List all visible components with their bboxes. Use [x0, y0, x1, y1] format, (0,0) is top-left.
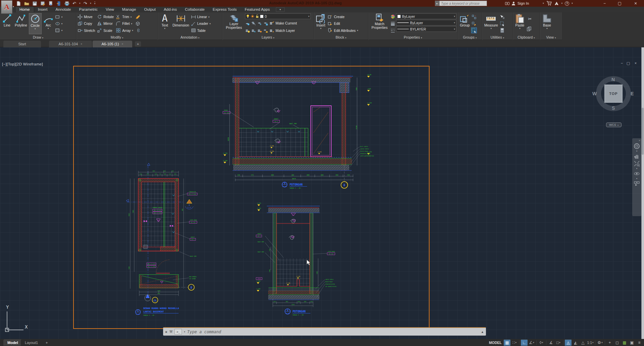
panel-utilities-label[interactable]: Utilities ▾ — [482, 35, 512, 40]
wcs-dropdown[interactable]: WCS▾ — [606, 122, 622, 127]
mobile-icon[interactable] — [56, 1, 61, 6]
isodraft-toggle[interactable]: ◊▾ — [538, 340, 545, 346]
autodesk-share-icon[interactable] — [554, 1, 559, 6]
viewport-minimize-icon[interactable]: − — [619, 61, 625, 65]
edit-attributes-flyout-icon[interactable]: ▾ — [357, 29, 358, 32]
tab-view[interactable]: View — [102, 7, 118, 12]
layout1-tab[interactable]: Layout1 — [21, 339, 42, 346]
new-layout-button[interactable]: + — [43, 339, 50, 346]
layer-lock-icon[interactable] — [263, 21, 268, 26]
snap-toggle[interactable]: ∷▾ — [511, 340, 518, 346]
share-dropdown-icon[interactable]: ▾ — [561, 2, 563, 5]
tab-parametric[interactable]: Parametric — [75, 7, 102, 12]
array-flyout-icon[interactable]: ▾ — [132, 29, 133, 32]
app-menu-button[interactable]: A — [1, 0, 12, 14]
arc-button[interactable]: Arc ▾ — [42, 13, 54, 34]
cut-icon[interactable]: ✂ — [527, 16, 533, 22]
lineweight-icon[interactable] — [390, 21, 395, 26]
vertical-scrollbar[interactable] — [641, 47, 644, 339]
clean-screen-icon[interactable]: ▣ — [629, 340, 635, 346]
offset-button[interactable] — [135, 27, 140, 34]
redo-dropdown-icon[interactable]: ▾ — [90, 2, 91, 5]
restore-button[interactable]: ▢ — [612, 0, 627, 7]
viewport-close-icon[interactable]: × — [633, 61, 638, 65]
fillet-flyout-icon[interactable]: ▾ — [131, 22, 132, 25]
rotate-button[interactable]: Rotate — [97, 13, 114, 20]
annotation-autoscale-toggle[interactable]: ◭ — [572, 340, 579, 346]
tab-collaborate[interactable]: Collaborate — [181, 7, 209, 12]
circle-flyout-icon[interactable]: ▾ — [35, 28, 36, 30]
help-dropdown-icon[interactable]: ▾ — [572, 2, 573, 5]
viewcube-top-face[interactable]: TOP — [604, 85, 623, 103]
panel-block-label[interactable]: Block ▾ — [314, 35, 368, 40]
linetype-icon[interactable] — [390, 28, 395, 33]
model-space-indicator[interactable]: MODEL — [489, 341, 502, 345]
signin-dropdown-icon[interactable]: ▾ — [543, 2, 544, 5]
ortho-toggle[interactable]: ∟ — [521, 340, 528, 346]
tab-home[interactable]: Home — [15, 7, 34, 12]
color-combo-arrow-icon[interactable]: ▾ — [454, 15, 455, 18]
command-line[interactable]: × ⚒ >_ ▾ Type a command ▲ — [163, 327, 486, 336]
rectangle-button[interactable]: ▾ — [55, 13, 63, 20]
upload-icon[interactable] — [48, 1, 53, 6]
match-properties-button[interactable]: Match Properties — [369, 13, 390, 34]
drawing-canvas[interactable]: [−][Top][2D Wireframe] − ▢ × N W E S TOP… — [0, 47, 644, 339]
wheel-flyout-icon[interactable]: ▾ — [636, 150, 637, 152]
command-history-icon[interactable]: ▲ — [481, 330, 484, 334]
match-layer-button[interactable]: Match Layer — [269, 27, 295, 34]
circle-button[interactable]: Circle ▾ — [29, 13, 42, 34]
id-point-icon[interactable] — [500, 14, 505, 19]
workspace-gear-icon[interactable]: ⚙▾ — [597, 340, 603, 346]
panel-layers-label[interactable]: Layers ▾ — [222, 35, 313, 40]
copy-clip-icon[interactable] — [527, 27, 532, 32]
block-edit-button[interactable]: Edit — [328, 20, 358, 27]
viewcube-south[interactable]: S — [612, 105, 615, 111]
qat-customize-icon[interactable]: ▾ — [94, 2, 96, 5]
app-menu-arrow-icon[interactable]: ▾ — [13, 5, 14, 8]
line-button[interactable]: Line — [1, 13, 13, 34]
insert-flyout-icon[interactable]: ▾ — [320, 27, 321, 30]
scale-button[interactable]: Scale — [97, 27, 114, 34]
crosshair-plus-icon[interactable]: + — [606, 340, 613, 346]
group-selection-icon[interactable] — [472, 28, 477, 33]
zoom-extents-icon[interactable] — [634, 160, 640, 167]
table-button[interactable]: Table — [191, 27, 211, 34]
ribbon-display-toggle-icon[interactable]: ▾ — [276, 7, 285, 12]
leader-button[interactable]: Leader▾ — [191, 20, 211, 27]
text-button[interactable]: A Text ▾ — [159, 13, 171, 34]
insert-button[interactable]: Insert ▾ — [315, 13, 327, 34]
array-button[interactable]: Array▾ — [116, 27, 133, 34]
command-recent-icon[interactable]: ▾ — [184, 331, 185, 333]
annotation-visibility-toggle[interactable]: ◬ — [565, 340, 572, 346]
panel-clipboard-label[interactable]: Clipboard ▾ — [513, 35, 540, 40]
layer-tool-2-icon[interactable] — [251, 28, 256, 33]
edit-attributes-button[interactable]: Edit Attributes▾ — [328, 27, 358, 34]
model-tab[interactable]: Model — [3, 339, 22, 346]
panel-groups-label[interactable]: Groups ▾ — [458, 35, 482, 40]
linear-flyout-icon[interactable]: ▾ — [208, 16, 210, 18]
customization-menu-icon[interactable]: ≡ — [636, 340, 643, 346]
redo-icon[interactable]: ↷ — [83, 1, 87, 6]
orbit-icon[interactable] — [634, 170, 640, 177]
tab-add-ins[interactable]: Add-ins — [160, 7, 181, 12]
quick-select-icon[interactable] — [500, 21, 505, 26]
navbar-close-icon[interactable]: × — [639, 139, 640, 142]
paste-button[interactable]: Paste ▾ — [514, 13, 526, 34]
layer-off-icon[interactable] — [245, 21, 250, 26]
save-as-icon[interactable] — [40, 1, 45, 6]
tab-insert[interactable]: Insert — [34, 7, 52, 12]
trim-flyout-icon[interactable]: ▾ — [131, 16, 132, 18]
quick-calc-icon[interactable] — [500, 28, 505, 33]
command-customize-icon[interactable]: ⚒ — [169, 330, 172, 334]
mirror-button[interactable]: Mirror — [97, 20, 114, 27]
layer-properties-button[interactable]: Layer Properties — [224, 13, 244, 34]
color-combo[interactable]: ByLayer▾ — [396, 13, 456, 19]
color-wheel-icon[interactable] — [390, 14, 395, 19]
command-close-icon[interactable]: × — [165, 330, 167, 334]
showmotion-icon[interactable] — [634, 181, 640, 187]
ellipse-button[interactable]: ▾ — [55, 20, 63, 27]
object-snap-toggle[interactable]: □▾ — [555, 340, 562, 346]
viewcube-north[interactable]: N — [611, 77, 615, 82]
drawing-section-2[interactable]: PL1 PT1 PT3 -3.160 -3.190 — [253, 200, 341, 320]
layer-select-combo[interactable]: 0 ▾ — [245, 13, 311, 19]
